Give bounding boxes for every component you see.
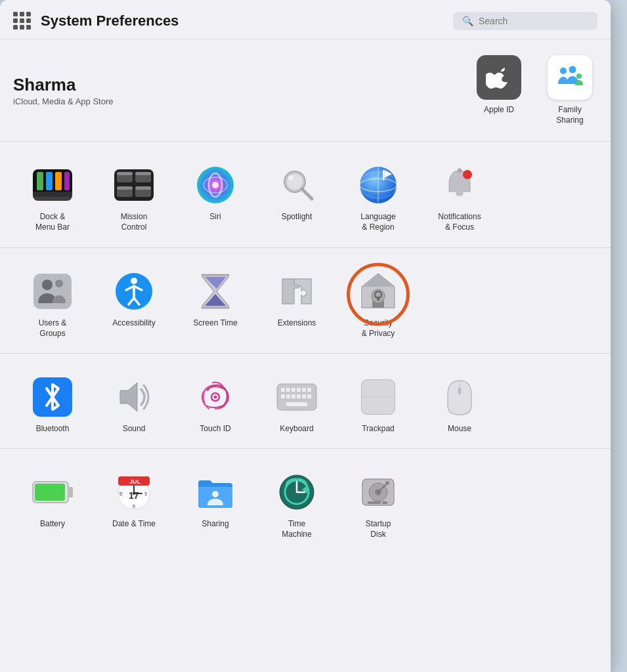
trackpad-svg [359,377,397,417]
svg-point-37 [42,280,53,290]
pref-item-touch-id[interactable]: Touch ID [176,367,255,442]
svg-point-89 [212,491,219,497]
language-svg [358,165,399,205]
siri-icon-wrapper [194,164,236,206]
svg-point-2 [576,74,582,79]
pref-item-date-time[interactable]: 12 3 6 9 JUL [95,462,173,547]
touch-id-label: Touch ID [200,423,230,434]
pref-item-spotlight[interactable]: Spotlight [257,155,336,240]
users-icon-wrapper [32,270,74,312]
section-2-grid: Users & Groups Accessibi [13,261,597,346]
touch-id-svg [196,377,235,417]
svg-point-0 [560,68,567,74]
pref-item-users[interactable]: Users & Groups [13,261,92,346]
svg-rect-59 [292,388,295,392]
mouse-label: Mouse [448,423,471,434]
date-time-icon-wrapper: 12 3 6 9 JUL [113,471,155,513]
pref-item-mission-control[interactable]: Mission Control [95,155,173,240]
keyboard-label: Keyboard [280,423,313,434]
users-label: Users & Groups [39,318,67,339]
screen-time-icon-wrapper [194,270,236,312]
users-svg [33,273,72,310]
search-bar[interactable]: 🔍 [453,12,597,30]
pref-item-language[interactable]: Language & Region [339,155,418,240]
mission-control-icon-wrapper [113,164,155,206]
svg-rect-98 [382,501,387,504]
pref-item-keyboard[interactable]: Keyboard [257,367,336,442]
siri-label: Siri [209,211,221,222]
search-icon: 🔍 [462,16,473,26]
sound-icon-wrapper [113,376,155,418]
svg-point-33 [458,169,462,173]
pref-item-security[interactable]: Security & Privacy [339,261,418,346]
search-input[interactable] [479,16,571,26]
svg-marker-53 [120,383,137,411]
date-time-label: Date & Time [112,518,156,529]
section-system: Users & Groups Accessibi [0,248,611,354]
pref-item-notifications[interactable]: Notifications & Focus [420,155,499,240]
pref-item-siri[interactable]: Siri [176,155,255,240]
pref-item-sharing[interactable]: Sharing [176,462,255,547]
preferences-content: Sharma iCloud, Media & App Store Apple I… [0,39,611,672]
app-title: System Preferences [41,12,179,30]
svg-rect-18 [135,186,151,190]
svg-text:9: 9 [119,492,122,496]
sharing-label: Sharing [202,518,228,529]
security-label: Security & Privacy [362,318,395,339]
family-sharing-item[interactable]: Family Sharing [548,55,592,125]
sharing-icon-wrapper [194,471,236,513]
time-machine-svg [277,472,316,512]
section-other: Battery 12 3 6 9 [0,449,611,554]
svg-point-1 [569,66,576,74]
svg-rect-63 [281,394,285,398]
date-time-svg: 12 3 6 9 JUL [114,472,154,512]
svg-rect-67 [302,394,306,398]
pref-item-mouse[interactable]: Mouse [420,367,499,442]
pref-item-accessibility[interactable]: Accessibility [95,261,173,346]
pref-item-bluetooth[interactable]: Bluetooth [13,367,92,442]
siri-svg [196,165,235,205]
svg-rect-58 [286,388,290,392]
svg-point-55 [214,395,217,398]
security-icon-wrapper [357,270,399,312]
sharing-svg [196,472,235,512]
svg-rect-77 [35,484,65,501]
pref-item-startup-disk[interactable]: Startup Disk [339,462,418,547]
pref-item-screen-time[interactable]: Screen Time [176,261,255,346]
svg-rect-68 [307,394,311,398]
section-personalization: Dock & Menu Bar [0,142,611,247]
extensions-icon-wrapper [276,270,318,312]
svg-rect-7 [64,172,70,190]
pref-item-battery[interactable]: Battery [13,462,92,547]
spotlight-icon-wrapper [276,164,318,206]
user-icons: Apple ID [477,55,592,125]
svg-point-26 [288,175,293,180]
pref-item-sound[interactable]: Sound [95,367,173,442]
apple-id-item[interactable]: Apple ID [477,55,521,125]
user-name: Sharma [13,75,113,95]
svg-text:17: 17 [129,490,139,501]
svg-rect-62 [307,388,311,392]
svg-text:6: 6 [133,504,135,509]
family-sharing-label: Family Sharing [556,105,583,125]
svg-rect-65 [292,394,295,398]
pref-item-time-machine[interactable]: Time Machine [257,462,336,547]
pref-item-trackpad[interactable]: Trackpad [339,367,418,442]
pref-item-dock[interactable]: Dock & Menu Bar [13,155,92,240]
accessibility-svg [114,272,154,311]
app-grid-icon[interactable] [13,12,32,30]
keyboard-icon-wrapper [276,376,318,418]
screen-time-label: Screen Time [193,318,237,328]
family-svg [554,62,586,93]
titlebar-left: System Preferences [13,12,443,30]
svg-rect-52 [377,297,379,301]
bluetooth-svg [41,381,64,413]
time-machine-icon-wrapper [276,471,318,513]
pref-item-extensions[interactable]: Extensions [257,261,336,346]
svg-rect-5 [46,172,53,190]
mission-control-label: Mission Control [121,211,148,232]
user-subtitle: iCloud, Media & App Store [13,96,113,106]
svg-rect-15 [117,172,133,175]
user-info: Sharma iCloud, Media & App Store [13,75,113,106]
svg-point-35 [463,170,472,179]
